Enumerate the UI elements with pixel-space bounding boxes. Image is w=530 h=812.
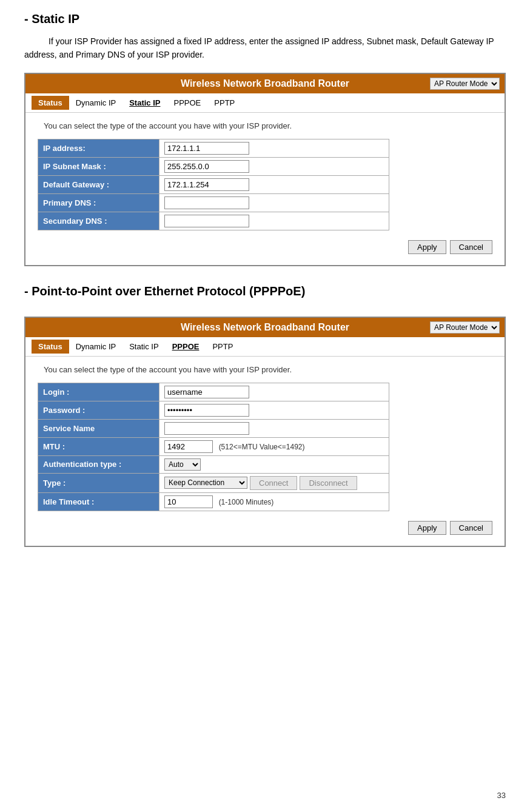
input-cell-auth-type: Auto PAP CHAP: [159, 455, 389, 473]
pppoe-body: You can select the type of the account y…: [25, 357, 505, 546]
pppoe-router-box: Wireless Network Broadband Router AP Rou…: [24, 317, 506, 547]
input-cell-mtu: (512<=MTU Value<=1492): [159, 437, 389, 455]
gateway-input[interactable]: [164, 178, 249, 191]
static-ip-nav: Status Dynamic IP Static IP PPPOE PPTP: [25, 93, 505, 113]
table-row: MTU : (512<=MTU Value<=1492): [38, 437, 389, 455]
nav-pppoe-1[interactable]: PPPOE: [167, 96, 208, 110]
input-cell-service-name: [159, 419, 389, 437]
pppoe-title: - Point-to-Point over Ethernet Protocol …: [24, 284, 506, 298]
input-cell-type: Keep Connection Connect on Demand Manual…: [159, 473, 389, 492]
label-type: Type :: [38, 473, 159, 492]
input-cell-subnet-mask: [159, 157, 389, 175]
page-number: 33: [497, 791, 506, 800]
static-ip-btn-row: Apply Cancel: [38, 237, 492, 257]
input-cell-primary-dns: [159, 193, 389, 212]
pppoe-mode-wrap[interactable]: AP Router Mode: [430, 321, 500, 334]
nav-status-1[interactable]: Status: [32, 96, 69, 110]
static-ip-title: - Static IP: [24, 12, 506, 26]
label-login: Login :: [38, 383, 159, 401]
service-name-input[interactable]: [164, 422, 249, 435]
static-ip-mode-select[interactable]: AP Router Mode: [430, 78, 500, 90]
nav-pppoe-2[interactable]: PPPOE: [166, 340, 206, 354]
pppoe-nav: Status Dynamic IP Static IP PPPOE PPTP: [25, 337, 505, 357]
table-row: Secundary DNS :: [38, 212, 389, 230]
nav-static-ip-2[interactable]: Static IP: [122, 340, 165, 354]
mtu-input[interactable]: [164, 440, 213, 453]
static-ip-description: If your ISP Provider has assigned a fixe…: [24, 35, 506, 62]
type-connect-group: Keep Connection Connect on Demand Manual…: [164, 476, 384, 490]
connection-type-select[interactable]: Keep Connection Connect on Demand Manual: [164, 477, 247, 489]
static-ip-router-title: Wireless Network Broadband Router: [181, 78, 349, 89]
pppoe-form-table: Login : Password : Service Name MTU :: [38, 383, 389, 511]
table-row: Password :: [38, 401, 389, 419]
table-row: Primary DNS :: [38, 193, 389, 212]
pppoe-mode-select[interactable]: AP Router Mode: [430, 321, 500, 334]
nav-pptp-2[interactable]: PPTP: [206, 340, 240, 354]
input-cell-idle-timeout: (1-1000 Minutes): [159, 492, 389, 511]
table-row: IP Subnet Mask :: [38, 157, 389, 175]
table-row: Authentication type : Auto PAP CHAP: [38, 455, 389, 473]
nav-dynamic-ip-2[interactable]: Dynamic IP: [69, 340, 122, 354]
nav-pptp-1[interactable]: PPTP: [207, 96, 241, 110]
input-cell-secondary-dns: [159, 212, 389, 230]
nav-status-2[interactable]: Status: [32, 340, 69, 354]
ip-address-input[interactable]: [164, 142, 249, 155]
input-cell-password: [159, 401, 389, 419]
connect-button[interactable]: Connect: [250, 476, 297, 490]
input-cell-ip-address: [159, 139, 389, 157]
static-ip-router-box: Wireless Network Broadband Router AP Rou…: [24, 73, 506, 266]
static-ip-body: You can select the type of the account y…: [25, 113, 505, 265]
input-cell-login: [159, 383, 389, 401]
nav-dynamic-ip-1[interactable]: Dynamic IP: [69, 96, 122, 110]
static-ip-cancel-button[interactable]: Cancel: [450, 240, 492, 254]
idle-timeout-input[interactable]: [164, 495, 213, 508]
static-ip-form-table: IP address: IP Subnet Mask : Default Gat…: [38, 139, 389, 230]
table-row: Service Name: [38, 419, 389, 437]
pppoe-btn-row: Apply Cancel: [38, 517, 492, 537]
label-mtu: MTU :: [38, 437, 159, 455]
disconnect-button[interactable]: Disconnect: [300, 476, 357, 490]
subnet-mask-input[interactable]: [164, 160, 249, 173]
table-row: Login :: [38, 383, 389, 401]
password-input[interactable]: [164, 404, 249, 417]
pppoe-router-header: Wireless Network Broadband Router AP Rou…: [25, 318, 505, 337]
label-gateway: Default Gateway :: [38, 175, 159, 193]
label-primary-dns: Primary DNS :: [38, 193, 159, 212]
login-input[interactable]: [164, 386, 249, 398]
pppoe-apply-button[interactable]: Apply: [408, 521, 446, 535]
static-ip-isp-note: You can select the type of the account y…: [38, 121, 492, 130]
label-password: Password :: [38, 401, 159, 419]
static-ip-router-header: Wireless Network Broadband Router AP Rou…: [25, 74, 505, 93]
pppoe-cancel-button[interactable]: Cancel: [450, 521, 492, 535]
table-row: Idle Timeout : (1-1000 Minutes): [38, 492, 389, 511]
secondary-dns-input[interactable]: [164, 215, 249, 227]
primary-dns-input[interactable]: [164, 196, 249, 209]
idle-timeout-note: (1-1000 Minutes): [219, 498, 274, 506]
label-ip-address: IP address:: [38, 139, 159, 157]
label-subnet-mask: IP Subnet Mask :: [38, 157, 159, 175]
table-row: IP address:: [38, 139, 389, 157]
pppoe-isp-note: You can select the type of the account y…: [38, 365, 492, 374]
pppoe-router-title: Wireless Network Broadband Router: [181, 322, 349, 333]
static-ip-apply-button[interactable]: Apply: [408, 240, 446, 254]
input-cell-gateway: [159, 175, 389, 193]
nav-static-ip-1[interactable]: Static IP: [122, 96, 167, 110]
auth-type-select[interactable]: Auto PAP CHAP: [164, 458, 201, 471]
label-service-name: Service Name: [38, 419, 159, 437]
table-row: Type : Keep Connection Connect on Demand…: [38, 473, 389, 492]
table-row: Default Gateway :: [38, 175, 389, 193]
label-secondary-dns: Secundary DNS :: [38, 212, 159, 230]
label-auth-type: Authentication type :: [38, 455, 159, 473]
static-ip-mode-wrap[interactable]: AP Router Mode: [430, 78, 500, 90]
label-idle-timeout: Idle Timeout :: [38, 492, 159, 511]
mtu-note: (512<=MTU Value<=1492): [219, 443, 305, 451]
